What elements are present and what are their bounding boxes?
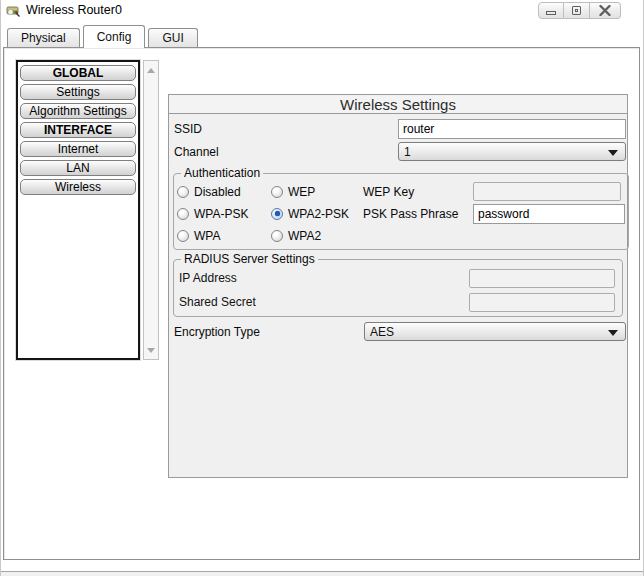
minimize-button[interactable] (538, 2, 564, 19)
panel-title: Wireless Settings (168, 94, 628, 114)
config-content-frame: GLOBAL Settings Algorithm Settings INTER… (3, 47, 640, 560)
wireless-settings-panel: Wireless Settings SSID Channel 1 Authent… (168, 94, 628, 478)
psk-pass-phrase-input[interactable] (473, 204, 625, 224)
window-controls (538, 2, 621, 19)
shared-secret-input (469, 293, 615, 312)
sidebar-item-wireless[interactable]: Wireless (20, 179, 136, 195)
radio-wpa2-psk-label: WPA2-PSK (288, 207, 349, 221)
sidebar-item-algorithm-settings[interactable]: Algorithm Settings (20, 103, 136, 119)
wep-key-input (473, 182, 621, 201)
radius-groupbox: RADIUS Server Settings IP Address Shared… (173, 252, 623, 317)
wireless-router-icon (6, 3, 21, 18)
radius-title: RADIUS Server Settings (181, 252, 318, 266)
radio-disabled-label: Disabled (194, 185, 241, 199)
radio-disabled[interactable]: Disabled (177, 181, 271, 202)
radio-wpa-icon (177, 230, 189, 242)
encryption-row: Encryption Type AES (170, 321, 626, 342)
radio-wpa[interactable]: WPA (177, 225, 271, 246)
sidebar-item-lan[interactable]: LAN (20, 160, 136, 176)
radio-wep-icon (271, 186, 283, 198)
encryption-type-value: AES (370, 325, 394, 339)
radio-wpa2-label: WPA2 (288, 229, 321, 243)
authentication-groupbox: Authentication Disabled WEP WEP Key (173, 166, 629, 250)
ssid-input[interactable] (398, 119, 626, 139)
channel-value: 1 (404, 145, 411, 159)
sidebar-item-global[interactable]: GLOBAL (20, 65, 136, 81)
channel-row: Channel 1 (170, 141, 626, 162)
window-title: Wireless Router0 (26, 3, 122, 17)
radio-wpa-psk-label: WPA-PSK (194, 207, 248, 221)
radio-wpa2[interactable]: WPA2 (271, 225, 363, 246)
tab-config-label: Config (97, 30, 132, 44)
tab-physical[interactable]: Physical (7, 28, 80, 47)
radio-disabled-icon (177, 186, 189, 198)
wep-key-label: WEP Key (363, 185, 414, 199)
radio-wpa-label: WPA (194, 229, 220, 243)
arrow-up-icon (147, 68, 155, 73)
channel-dropdown[interactable]: 1 (398, 142, 626, 161)
titlebar: Wireless Router0 (1, 0, 643, 22)
tab-config[interactable]: Config (83, 25, 146, 48)
radio-wpa2-icon (271, 230, 283, 242)
close-icon (599, 5, 611, 16)
sidebar-item-interface[interactable]: INTERFACE (20, 122, 136, 138)
radio-wpa-psk-icon (177, 208, 189, 220)
scrollbar-up-button[interactable] (144, 63, 158, 77)
panel-body: SSID Channel 1 Authentication D (168, 114, 628, 478)
ip-address-input (469, 269, 615, 288)
radio-wpa2-psk[interactable]: WPA2-PSK (271, 203, 363, 224)
ip-address-label: IP Address (177, 271, 237, 285)
encryption-type-dropdown[interactable]: AES (364, 322, 626, 341)
radio-wep-label: WEP (288, 185, 315, 199)
radio-wep[interactable]: WEP (271, 181, 363, 202)
psk-pass-phrase-label: PSK Pass Phrase (363, 207, 458, 221)
chevron-down-icon (608, 150, 618, 156)
scrollbar-down-button[interactable] (144, 343, 158, 357)
maximize-button[interactable] (564, 2, 590, 19)
arrow-down-icon (147, 348, 155, 353)
sidebar-item-settings[interactable]: Settings (20, 84, 136, 100)
tab-gui[interactable]: GUI (148, 28, 197, 47)
ssid-row: SSID (170, 118, 626, 140)
close-button[interactable] (590, 2, 621, 19)
authentication-title: Authentication (181, 166, 263, 180)
tab-bar: Physical Config GUI (7, 25, 201, 48)
window-bottom-edge (1, 571, 643, 576)
maximize-icon (572, 6, 581, 15)
radio-wpa-psk[interactable]: WPA-PSK (177, 203, 271, 224)
shared-secret-label: Shared Secret (177, 295, 256, 309)
device-config-window: Wireless Router0 Physical Config GUI GLO… (0, 0, 644, 576)
channel-label: Channel (170, 145, 398, 159)
encryption-type-label: Encryption Type (170, 325, 364, 339)
sidebar: GLOBAL Settings Algorithm Settings INTER… (16, 60, 140, 360)
sidebar-scrollbar[interactable] (143, 60, 159, 360)
tab-gui-label: GUI (162, 31, 183, 45)
minimize-icon (546, 11, 556, 15)
sidebar-item-internet[interactable]: Internet (20, 141, 136, 157)
radio-wpa2-psk-icon (271, 208, 283, 220)
chevron-down-icon (608, 330, 618, 336)
ssid-label: SSID (170, 122, 398, 136)
tab-physical-label: Physical (21, 31, 66, 45)
